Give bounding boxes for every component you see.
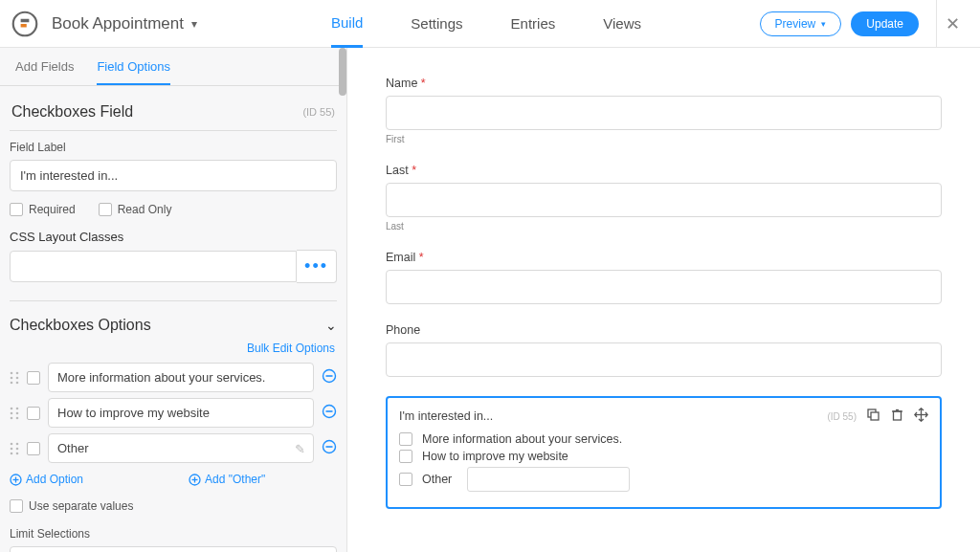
form-title-dropdown[interactable]: Book Appointment ▾	[52, 14, 197, 33]
remove-option-button[interactable]	[322, 368, 337, 386]
svg-point-22	[16, 447, 19, 450]
scrollbar[interactable]	[339, 48, 346, 96]
option-text: More information about your services.	[422, 432, 622, 446]
email-input[interactable]	[386, 270, 942, 304]
phone-input[interactable]	[386, 342, 942, 377]
svg-point-5	[11, 376, 13, 379]
update-button[interactable]: Update	[851, 11, 919, 36]
sidebar-tab-add-fields[interactable]: Add Fields	[15, 59, 74, 85]
top-bar: Book Appointment ▾ Build Settings Entrie…	[0, 0, 980, 48]
checkbox-icon	[99, 203, 112, 216]
drag-handle-icon[interactable]	[10, 407, 19, 420]
selected-field-title: I'm interested in...	[399, 409, 493, 423]
remove-option-button[interactable]	[322, 404, 337, 422]
drag-handle-icon[interactable]	[10, 371, 19, 385]
css-classes-input[interactable]	[10, 251, 297, 282]
option-label-input[interactable]: Other ✎	[48, 433, 314, 463]
selected-field-actions	[866, 408, 928, 425]
svg-rect-35	[894, 411, 902, 420]
other-text-input[interactable]	[467, 467, 630, 492]
remove-option-button[interactable]	[322, 439, 337, 457]
option-default-checkbox[interactable]	[27, 442, 40, 455]
svg-rect-34	[871, 412, 879, 420]
svg-point-3	[11, 371, 13, 374]
ellipsis-icon: •••	[304, 256, 328, 276]
move-button[interactable]	[914, 408, 928, 425]
tab-entries[interactable]: Entries	[511, 0, 556, 48]
plus-circle-icon	[10, 474, 22, 486]
form-preview: Name * First Last * Last Email * Phone I…	[347, 48, 980, 552]
delete-button[interactable]	[890, 408, 904, 425]
field-label: Phone	[386, 323, 942, 337]
preview-button[interactable]: Preview ▾	[760, 11, 842, 36]
close-button[interactable]: ✕	[936, 0, 969, 48]
add-option-row: Add Option Add "Other"	[10, 473, 337, 486]
options-header: Checkboxes Options ⌄	[10, 301, 337, 334]
svg-point-11	[11, 407, 13, 409]
field-label: Email *	[386, 251, 942, 264]
css-classes-title: CSS Layout Classes	[10, 230, 123, 244]
svg-point-7	[11, 381, 13, 384]
duplicate-button[interactable]	[866, 408, 880, 425]
svg-rect-2	[21, 24, 27, 28]
tab-settings[interactable]: Settings	[411, 0, 462, 48]
plus-circle-icon	[189, 474, 201, 486]
checkbox-icon	[399, 432, 412, 446]
required-checkbox[interactable]: Required	[10, 203, 76, 216]
checkbox-option-other[interactable]: Other	[399, 465, 928, 494]
field-label: Last *	[386, 164, 942, 177]
label-text: Last	[386, 164, 409, 177]
field-label-input[interactable]	[10, 160, 337, 191]
top-actions: Preview ▾ Update ✕	[760, 0, 969, 48]
drag-handle-icon[interactable]	[10, 442, 19, 455]
option-label-input[interactable]: More information about your services.	[48, 363, 314, 392]
svg-point-6	[16, 376, 19, 379]
app-logo-icon	[11, 11, 38, 37]
svg-point-15	[11, 416, 13, 419]
checkbox-option[interactable]: More information about your services.	[399, 431, 928, 448]
limit-selections-input[interactable]	[10, 546, 337, 552]
selected-field-header: I'm interested in... (ID 55)	[399, 408, 928, 425]
option-label-input[interactable]: How to improve my website	[48, 398, 314, 428]
limit-selections-title: Limit Selections	[10, 527, 90, 541]
bulk-edit-link[interactable]: Bulk Edit Options	[10, 334, 337, 363]
checkbox-icon	[399, 473, 412, 486]
add-other-label: Add "Other"	[205, 473, 265, 486]
selected-field-id: (ID 55)	[827, 411, 857, 422]
sidebar-tab-field-options[interactable]: Field Options	[97, 59, 170, 85]
tab-build[interactable]: Build	[331, 0, 363, 48]
option-default-checkbox[interactable]	[27, 407, 40, 420]
pencil-icon: ✎	[295, 441, 305, 455]
name-first-input[interactable]	[386, 96, 942, 130]
field-hint: Last	[386, 221, 942, 232]
add-other-link[interactable]: Add "Other"	[189, 473, 265, 486]
option-label-text: Other	[57, 441, 89, 455]
option-default-checkbox[interactable]	[27, 371, 40, 385]
checkbox-icon	[10, 499, 23, 513]
collapse-toggle[interactable]: ⌄	[325, 318, 337, 333]
required-label: Required	[29, 203, 76, 216]
css-classes-row: CSS Layout Classes •••	[10, 230, 337, 283]
svg-rect-1	[21, 18, 30, 22]
preview-label: Preview	[775, 17, 816, 31]
option-text: How to improve my website	[422, 450, 568, 463]
main-layout: Add Fields Field Options Checkboxes Fiel…	[0, 48, 980, 552]
add-option-link[interactable]: Add Option	[10, 473, 83, 486]
selected-field-block[interactable]: I'm interested in... (ID 55) More inform…	[386, 396, 942, 509]
option-row: More information about your services.	[10, 363, 337, 392]
svg-point-24	[16, 452, 19, 454]
copy-icon	[866, 408, 880, 422]
required-readonly-row: Required Read Only	[10, 203, 337, 216]
tab-views[interactable]: Views	[603, 0, 641, 48]
svg-point-16	[16, 416, 19, 419]
name-last-input[interactable]	[386, 183, 942, 217]
field-label-title: Field Label	[10, 141, 337, 154]
add-option-label: Add Option	[26, 473, 83, 486]
readonly-checkbox[interactable]: Read Only	[99, 203, 172, 216]
caret-down-icon: ▾	[821, 19, 826, 29]
sidebar-tabs: Add Fields Field Options	[0, 48, 346, 86]
checkbox-option[interactable]: How to improve my website	[399, 448, 928, 465]
use-separate-values-checkbox[interactable]: Use separate values	[10, 499, 337, 513]
limit-selections-row: Limit Selections	[10, 526, 337, 552]
css-classes-picker-button[interactable]: •••	[297, 250, 337, 283]
